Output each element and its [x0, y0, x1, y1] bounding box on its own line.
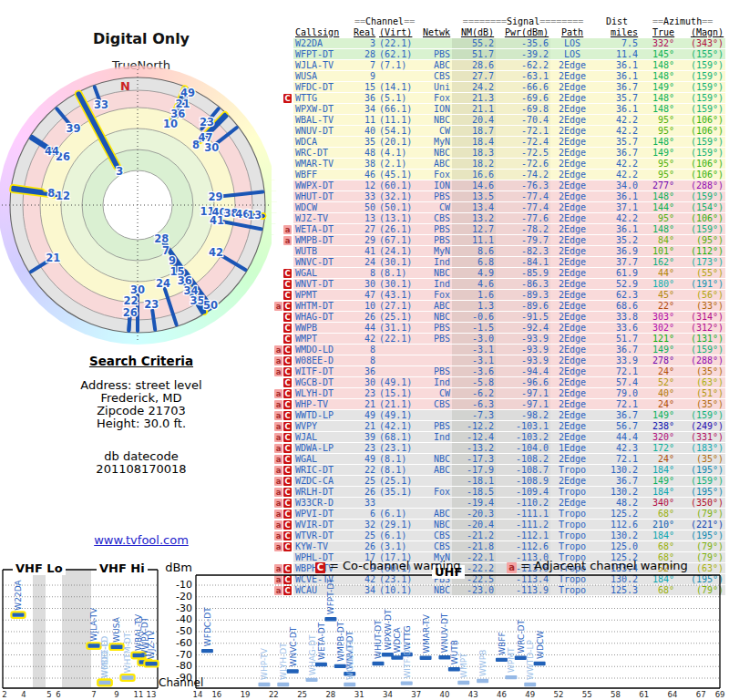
adjacent-warning-icon: a [274, 345, 282, 355]
cell-callsign: WJZ-TV [293, 213, 352, 224]
cell-miles: 79.0 [594, 388, 640, 399]
table-row: aCWHTM-DT10(27.1)ABC1.3-89.62Edge68.622°… [272, 301, 725, 312]
cochannel-warning-icon: C [283, 422, 292, 431]
cell-nm: -12.4 [452, 432, 496, 443]
cell-real: 9 [352, 71, 377, 82]
cell-real: 3 [352, 38, 377, 49]
cell-real: 30 [352, 279, 377, 290]
radar-channel-label: 29 [209, 190, 223, 203]
cell-miles: 56.7 [594, 421, 640, 432]
cell-pwr: -89.6 [496, 301, 550, 312]
adjacent-warning-icon: a [274, 302, 282, 311]
cell-nm: -5.8 [452, 377, 496, 388]
cell-magn: (343°) [676, 38, 725, 49]
warning-flags [272, 213, 293, 224]
warning-flags: C [272, 334, 293, 345]
warning-flags: C [272, 323, 293, 334]
signal-bar [344, 683, 355, 686]
cell-callsign: WTTG [293, 93, 352, 104]
cell-miles: 36.1 [594, 224, 640, 235]
table-row: CWWPB44(31.1)PBS-1.5-92.42Edge33.6302°(3… [272, 323, 725, 334]
signal-bar [448, 667, 460, 671]
channel-tick-label: 34 [383, 690, 393, 699]
cochannel-warning-icon: C [283, 466, 292, 475]
cell-callsign: WPMT [293, 290, 352, 301]
cell-nm: -20.4 [452, 520, 496, 530]
cell-nm: 12.7 [452, 224, 496, 235]
table-row: aWMPB-DT29(67.1)PBS11.1-79.72Edge35.284°… [272, 235, 725, 246]
tvfool-link[interactable]: www.tvfool.com [94, 533, 189, 547]
table-row: WFPT-DT28(62.1)PBS51.7-39.2LOS11.4145°(1… [272, 49, 725, 60]
cell-netwk: PBS [417, 366, 452, 377]
warning-flags: aC [272, 498, 293, 509]
bar-callsign-label: WFDC-DT [203, 607, 212, 646]
cell-nm: -17.9 [452, 465, 496, 476]
cell-path: 2Edge [550, 246, 594, 257]
cell-pwr: -77.4 [496, 191, 550, 202]
radar-channel-label: 13 [247, 209, 262, 221]
channel-tick-label: 67 [696, 690, 706, 699]
adjacent-warning-icon: a [274, 400, 282, 409]
adjacent-warning-icon: a [274, 499, 282, 508]
cell-path: 2Edge [550, 410, 594, 421]
cell-true: 144° [640, 202, 676, 213]
cell-magn: (195°) [676, 530, 725, 541]
cell-real: 49 [352, 454, 377, 465]
signal-bar [122, 675, 134, 679]
table-column-header: Pwr(dBm) [496, 27, 550, 38]
cell-true: 332° [640, 38, 676, 49]
cell-miles: 36.1 [594, 191, 640, 202]
cell-real: 26 [352, 541, 377, 552]
cell-virt: (21.1) [377, 399, 417, 410]
cell-true: 320° [640, 432, 676, 443]
warning-flags: aC [272, 465, 293, 476]
cell-miles: 36.7 [594, 345, 640, 355]
cell-callsign: WRLH-DT [293, 487, 352, 498]
cell-true: 84° [640, 235, 676, 246]
table-group-header: ==Channel== [352, 16, 417, 27]
cell-virt: (5.1) [377, 93, 417, 104]
signal-bar [438, 655, 450, 659]
cell-pwr: -72.1 [496, 126, 550, 137]
cell-nm: -21.8 [452, 541, 496, 552]
cochannel-warning-icon: C [283, 477, 292, 486]
cell-miles: 36.7 [594, 148, 640, 159]
cell-true: 45° [640, 290, 676, 301]
cell-magn: (159°) [676, 148, 725, 159]
db-datecode-label: db datecode [18, 450, 264, 463]
table-group-header: ========Signal======== [452, 16, 594, 27]
cell-real: 23 [352, 388, 377, 399]
warning-flags: C [272, 268, 293, 279]
cell-nm: 28.6 [452, 60, 496, 71]
cell-magn: (159°) [676, 93, 725, 104]
cell-miles: 33.9 [594, 355, 640, 366]
cochannel-warning-icon: C [283, 389, 292, 398]
cell-netwk: MyN [417, 137, 452, 148]
cell-magn: (173°) [676, 257, 725, 268]
dbm-tick-label: -50 [162, 626, 192, 637]
adjacent-warning-icon: a [274, 455, 282, 464]
cell-virt: (35.1) [377, 487, 417, 498]
cell-virt [377, 345, 417, 355]
cell-path: 2Edge [550, 104, 594, 115]
cell-true: 148° [640, 93, 676, 104]
cell-nm: 6.8 [452, 257, 496, 268]
radar-channel-label: 39 [67, 122, 81, 135]
cell-miles: 36.1 [594, 71, 640, 82]
table-column-header: Netwk [417, 27, 452, 38]
cell-nm: -21.2 [452, 530, 496, 541]
warning-flags: C [272, 312, 293, 323]
channel-tick-label: 46 [497, 690, 507, 699]
cell-callsign: WDCA [293, 137, 352, 148]
cell-virt: (49.1) [377, 410, 417, 421]
table-row: CWHAG-DT26(25.1)NBC-0.6-91.52Edge33.8303… [272, 312, 725, 323]
bar-callsign-label: WHP-TV [260, 647, 269, 680]
cell-true: 95° [640, 170, 676, 180]
signal-bar [524, 683, 536, 686]
cell-miles: 35.2 [594, 235, 640, 246]
cell-magn: (63°) [676, 377, 725, 388]
cell-netwk: Fox [417, 290, 452, 301]
cell-real: 15 [352, 82, 377, 93]
cell-virt: (29.1) [377, 520, 417, 530]
cell-true: 148° [640, 191, 676, 202]
